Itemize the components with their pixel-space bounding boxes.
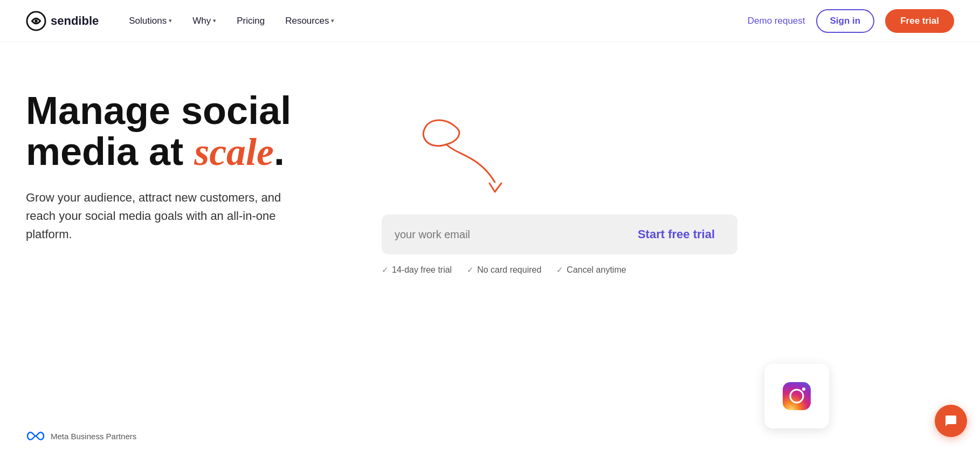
nav-links: Solutions ▾ Why ▾ Pricing Resources ▾ [120,11,747,31]
check-icon: ✓ [382,265,389,275]
nav-item-resources[interactable]: Resources ▾ [277,11,343,31]
nav-actions: Demo request Sign in Free trial [748,9,954,33]
logo-icon [26,11,46,31]
hero-left: Manage social media at scale. Grow your … [26,80,349,244]
chevron-down-icon: ▾ [331,17,334,24]
nav-item-solutions[interactable]: Solutions ▾ [120,11,181,31]
start-free-trial-button[interactable]: Start free trial [618,218,734,251]
trust-item-trial: ✓ 14-day free trial [382,265,452,275]
chevron-down-icon: ▾ [169,17,172,24]
hero-scale-word: scale [194,130,274,174]
hero-description: Grow your audience, attract new customer… [26,189,295,244]
nav-item-why[interactable]: Why ▾ [184,11,225,31]
svg-point-5 [802,387,805,391]
trust-label-trial: 14-day free trial [392,265,452,275]
logo-text: sendible [51,14,99,28]
instagram-icon [781,380,813,412]
navbar: sendible Solutions ▾ Why ▾ Pricing Resou… [0,0,980,42]
trust-label-card: No card required [477,265,541,275]
chat-icon [943,413,958,428]
free-trial-button[interactable]: Free trial [885,9,954,33]
meta-badge: Meta Business Partners [26,430,136,442]
hero-title: Manage social media at scale. [26,91,349,172]
meta-logo-icon [26,430,45,442]
email-input[interactable] [395,220,618,250]
email-form: Start free trial [382,214,737,254]
arrow-svg [414,112,533,209]
svg-rect-2 [783,382,811,410]
meta-badge-text: Meta Business Partners [51,432,136,441]
trust-label-cancel: Cancel anytime [567,265,626,275]
check-icon: ✓ [556,265,563,275]
hero-right: Start free trial ✓ 14-day free trial ✓ N… [382,80,954,275]
arrow-illustration [382,112,954,209]
instagram-preview-card [764,364,829,428]
bottom-bar: Meta Business Partners [0,419,980,450]
trust-badges: ✓ 14-day free trial ✓ No card required ✓… [382,265,626,275]
hero-section: Manage social media at scale. Grow your … [0,42,980,419]
chat-bubble-button[interactable] [935,405,967,437]
nav-item-pricing[interactable]: Pricing [228,11,273,31]
trust-item-cancel: ✓ Cancel anytime [556,265,626,275]
check-icon: ✓ [467,265,474,275]
trust-item-card: ✓ No card required [467,265,541,275]
demo-request-link[interactable]: Demo request [748,16,805,26]
logo-link[interactable]: sendible [26,11,99,31]
chevron-down-icon: ▾ [213,17,216,24]
sign-in-button[interactable]: Sign in [816,9,875,33]
svg-point-1 [34,19,38,23]
